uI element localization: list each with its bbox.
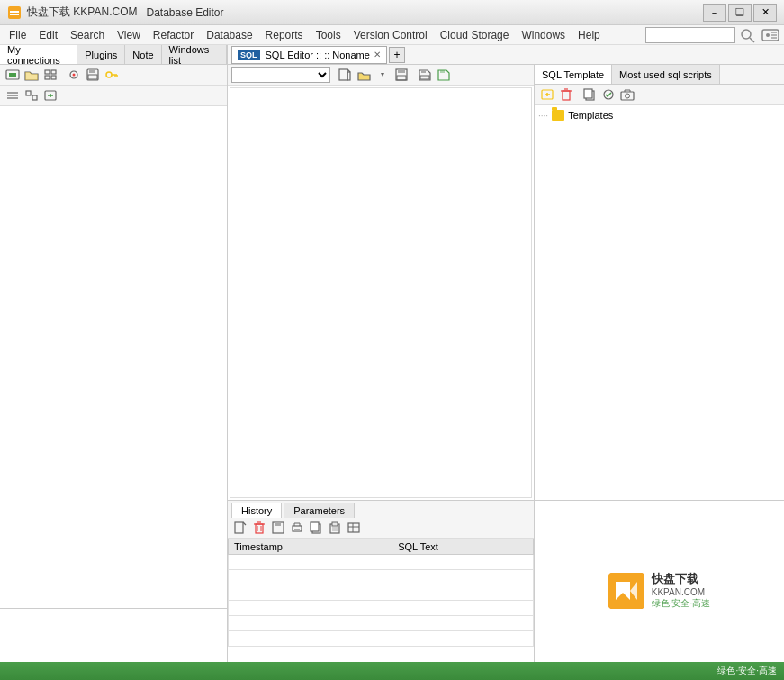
left-content [0,106,227,608]
minimize-button[interactable]: − [703,4,726,22]
table-row [229,631,534,647]
menu-cloud-storage[interactable]: Cloud Storage [435,27,515,43]
tree-expand-icon: ···· [538,111,548,121]
menu-database[interactable]: Database [201,27,257,43]
svg-rect-51 [294,529,300,531]
menu-file[interactable]: File [4,27,32,43]
sql-tag: SQL [238,50,260,60]
status-bar: 绿色·安全·高速 [0,662,784,680]
sql-editor-content[interactable] [230,87,532,498]
history-copy-button[interactable] [307,520,325,536]
menu-version-control[interactable]: Version Control [348,27,433,43]
menu-reports[interactable]: Reports [260,27,309,43]
tab-history[interactable]: History [231,503,282,518]
menu-search[interactable]: Search [65,27,110,43]
search-icon [739,27,757,43]
kkpan-logo: 快盘下载 KKPAN.COM 绿色·安全·高速 [608,571,711,610]
add-button[interactable] [41,87,59,104]
history-paste-button[interactable] [326,520,344,536]
svg-rect-42 [235,522,243,533]
new-connection-button[interactable] [4,67,22,83]
tab-most-used[interactable]: Most used sql scripts [612,65,720,84]
save-button[interactable] [84,67,102,83]
close-button[interactable]: ✕ [753,4,777,22]
left-panel: My connections Plugins Note Windows list [0,45,228,680]
grid-button[interactable] [41,67,59,83]
right-panel: SQL Template Most used sql scripts [534,65,784,680]
history-print-button[interactable] [288,520,306,536]
history-new-button[interactable] [231,520,249,536]
tab-note[interactable]: Note [125,45,161,64]
menu-refactor[interactable]: Refactor [148,27,199,43]
kkpan-url: KKPAN.COM [652,587,711,597]
key-button[interactable] [103,67,121,83]
menu-help[interactable]: Help [572,27,606,43]
kkpan-slogan: 绿色·安全·高速 [652,597,711,610]
folder-icon [552,110,564,121]
svg-rect-44 [256,524,263,533]
template-delete-button[interactable] [557,86,575,103]
history-delete-button[interactable] [250,520,268,536]
tree-item-label: Templates [568,110,613,121]
right-toolbar [535,85,784,105]
tab-my-connections[interactable]: My connections [0,45,77,64]
svg-marker-36 [381,73,384,77]
sql-tab-label: SQL Editor :: :: Noname [266,50,370,60]
svg-rect-13 [51,70,56,74]
bottom-panel: History Parameters [228,500,534,680]
add-sql-tab-button[interactable]: + [389,47,405,63]
sql-saveas-button[interactable] [435,67,453,83]
right-tabs: SQL Template Most used sql scripts [535,65,784,85]
menu-tools[interactable]: Tools [311,27,347,43]
right-bottom: 快盘下载 KKPAN.COM 绿色·安全·高速 [535,500,784,680]
sql-new-button[interactable] [336,67,354,83]
table-row [229,616,534,631]
menu-windows[interactable]: Windows [516,27,571,43]
svg-rect-11 [9,73,16,77]
tree-item-templates[interactable]: ···· Templates [538,109,780,122]
svg-rect-2 [10,14,19,15]
history-grid-button[interactable] [345,520,363,536]
tab-parameters[interactable]: Parameters [284,503,355,518]
tab-sql-template[interactable]: SQL Template [535,65,612,84]
title-bar: 快盘下载 KKPAN.COM Database Editor − ❑ ✕ [0,0,784,25]
history-save-button[interactable] [269,520,287,536]
svg-rect-1 [10,11,19,13]
pin-button[interactable] [65,67,83,83]
svg-rect-29 [32,95,37,100]
sql-tab-close[interactable]: ✕ [374,50,381,59]
expand-button[interactable] [23,87,41,104]
schema-dropdown[interactable] [231,67,330,83]
svg-point-21 [106,72,112,77]
tab-windows-list[interactable]: Windows list [162,45,227,64]
svg-rect-28 [26,91,31,95]
template-add-button[interactable] [538,86,556,103]
template-copy-button[interactable] [581,86,599,103]
collapse-button[interactable] [4,87,22,104]
svg-point-17 [73,74,76,77]
svg-point-72 [626,94,630,98]
sql-save-button[interactable] [416,67,434,83]
template-camera-button[interactable] [618,86,636,103]
svg-rect-40 [420,76,429,79]
left-toolbar-1 [0,65,227,86]
menu-edit[interactable]: Edit [33,27,63,43]
sql-editor-tab[interactable]: SQL SQL Editor :: :: Noname ✕ [231,46,387,64]
open-dropdown-button[interactable] [374,67,392,83]
template-check-button[interactable] [599,86,617,103]
svg-rect-65 [563,91,570,100]
svg-rect-15 [51,76,56,79]
tab-plugins[interactable]: Plugins [77,45,125,64]
sql-save-file-button[interactable] [392,67,410,83]
bottom-table-container: Timestamp SQL Text [228,539,534,675]
restore-button[interactable]: ❑ [728,4,752,22]
open-button[interactable] [23,67,41,83]
svg-rect-12 [45,70,50,74]
svg-rect-14 [45,76,50,79]
menu-search-input[interactable] [645,27,735,43]
sql-open-button[interactable] [355,67,373,83]
svg-rect-59 [348,523,359,532]
menu-view[interactable]: View [112,27,146,43]
left-tabs: My connections Plugins Note Windows list [0,45,227,65]
status-text: 绿色·安全·高速 [717,665,777,677]
